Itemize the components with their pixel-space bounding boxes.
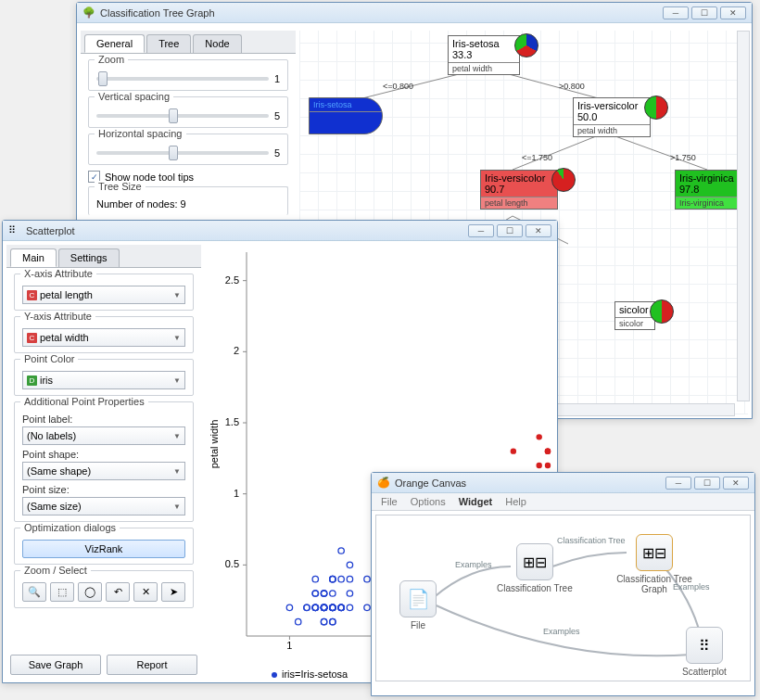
svg-point-75 bbox=[511, 448, 516, 453]
minimize-button[interactable]: ─ bbox=[665, 477, 691, 490]
svg-text:iris=Iris-setosa: iris=Iris-setosa bbox=[282, 668, 348, 680]
svg-point-43 bbox=[347, 562, 352, 567]
tree-node-right[interactable]: Iris-versicolor50.0 petal width bbox=[573, 97, 651, 137]
pie-icon bbox=[514, 33, 538, 57]
edge-label: <=1.750 bbox=[522, 153, 552, 162]
zoom-slider[interactable] bbox=[96, 77, 269, 81]
close-button[interactable]: ✕ bbox=[723, 477, 749, 490]
titlebar[interactable]: 🍊 Orange Canvas ─ ☐ ✕ bbox=[372, 473, 754, 493]
pshape-label: Point shape: bbox=[22, 449, 185, 460]
svg-point-36 bbox=[312, 576, 318, 581]
vizrank-button[interactable]: VizRank bbox=[22, 540, 185, 558]
tab-tree[interactable]: Tree bbox=[146, 34, 191, 53]
close-button[interactable]: ✕ bbox=[526, 224, 551, 237]
svg-text:2.5: 2.5 bbox=[225, 274, 239, 286]
close-button[interactable]: ✕ bbox=[720, 6, 746, 19]
xattr-label: X-axis Attribute bbox=[20, 268, 96, 279]
tab-main[interactable]: Main bbox=[10, 248, 57, 267]
zoom-tool-button[interactable]: 🔍 bbox=[22, 582, 46, 602]
report-button[interactable]: Report bbox=[107, 655, 197, 675]
svg-text:1.5: 1.5 bbox=[225, 416, 239, 427]
xattr-select[interactable]: Cpetal length▼ bbox=[22, 286, 185, 304]
send-button[interactable]: ➤ bbox=[161, 582, 185, 602]
svg-point-51 bbox=[330, 576, 336, 581]
undo-button[interactable]: ↶ bbox=[106, 582, 130, 602]
tree-node-rl[interactable]: Iris-versicolor90.7 petal length bbox=[480, 170, 558, 210]
maximize-button[interactable]: ☐ bbox=[691, 6, 717, 19]
svg-point-83 bbox=[545, 463, 551, 468]
svg-point-25 bbox=[347, 576, 352, 581]
yattr-label: Y-axis Attribute bbox=[20, 311, 95, 322]
svg-point-46 bbox=[338, 576, 344, 581]
pie-icon bbox=[644, 95, 668, 120]
menu-widget[interactable]: Widget bbox=[459, 496, 493, 507]
rect-select-button[interactable]: ⬚ bbox=[50, 582, 74, 602]
tree-node-partial[interactable]: sicolor sicolor bbox=[614, 301, 655, 330]
file-icon: 📄 bbox=[407, 588, 430, 610]
chevron-down-icon: ▼ bbox=[173, 291, 181, 299]
zoom-value: 1 bbox=[274, 73, 280, 84]
svg-text:0.5: 0.5 bbox=[225, 558, 239, 569]
svg-point-55 bbox=[304, 605, 310, 610]
widget-ctree[interactable]: ⊞⊟ Classification Tree bbox=[497, 543, 573, 593]
window-title: Classification Tree Graph bbox=[100, 7, 663, 19]
zoom-group: Zoom 1 bbox=[88, 59, 288, 91]
canvas-area[interactable]: Examples Classification Tree Examples Ex… bbox=[375, 515, 751, 681]
svg-point-61 bbox=[312, 591, 318, 596]
widget-scatter[interactable]: ⠿ Scatterplot bbox=[682, 627, 727, 677]
edge-label: >1.750 bbox=[670, 153, 696, 162]
scatter-icon: ⠿ bbox=[8, 224, 21, 237]
minimize-button[interactable]: ─ bbox=[663, 6, 689, 19]
tab-general[interactable]: General bbox=[84, 34, 145, 53]
menubar: File Options Widget Help bbox=[372, 493, 754, 511]
tree-node-root[interactable]: Iris-setosa33.3 petal width bbox=[448, 35, 520, 75]
titlebar[interactable]: 🌳 Classification Tree Graph ─ ☐ ✕ bbox=[77, 3, 752, 23]
svg-point-42 bbox=[286, 605, 292, 610]
addl-label: Additional Point Properties bbox=[20, 396, 148, 407]
titlebar[interactable]: ⠿ Scatterplot ─ ☐ ✕ bbox=[3, 221, 557, 241]
svg-point-33 bbox=[296, 618, 301, 624]
minimize-button[interactable]: ─ bbox=[468, 224, 494, 237]
pie-icon bbox=[650, 299, 674, 324]
hspace-slider[interactable] bbox=[96, 151, 269, 155]
flow-label: Examples bbox=[455, 560, 492, 569]
tab-settings[interactable]: Settings bbox=[58, 248, 120, 267]
svg-point-39 bbox=[330, 591, 336, 596]
menu-options[interactable]: Options bbox=[411, 496, 446, 507]
widget-file[interactable]: 📄 File bbox=[399, 580, 437, 630]
clear-button[interactable]: ✕ bbox=[133, 582, 158, 602]
zoom-label: Zoom bbox=[95, 54, 128, 65]
scrollbar-v[interactable] bbox=[737, 31, 750, 401]
save-graph-button[interactable]: Save Graph bbox=[10, 655, 101, 675]
vspace-label: Vertical spacing bbox=[95, 91, 173, 102]
svg-point-72 bbox=[537, 434, 542, 439]
vspace-value: 5 bbox=[274, 110, 280, 121]
svg-point-63 bbox=[338, 548, 344, 554]
scatter-sidepanel: Main Settings X-axis Attribute Cpetal le… bbox=[6, 245, 201, 649]
edge-label: >0.800 bbox=[559, 82, 585, 91]
tree-node-left[interactable]: Iris-setosa bbox=[309, 97, 383, 134]
chevron-down-icon: ▼ bbox=[173, 467, 181, 476]
tab-node[interactable]: Node bbox=[193, 34, 241, 53]
chevron-down-icon: ▼ bbox=[173, 376, 181, 385]
color-select[interactable]: Diris▼ bbox=[22, 371, 185, 389]
plabel-select[interactable]: (No labels)▼ bbox=[22, 426, 185, 445]
psize-select[interactable]: (Same size)▼ bbox=[22, 497, 185, 515]
flow-label: Examples bbox=[543, 627, 580, 636]
svg-point-81 bbox=[537, 463, 542, 468]
svg-point-68 bbox=[330, 605, 336, 610]
lasso-select-button[interactable]: ◯ bbox=[78, 582, 102, 602]
window-title: Orange Canvas bbox=[395, 477, 665, 489]
pshape-select[interactable]: (Same shape)▼ bbox=[22, 462, 185, 480]
maximize-button[interactable]: ☐ bbox=[694, 477, 720, 490]
menu-file[interactable]: File bbox=[381, 496, 398, 507]
menu-help[interactable]: Help bbox=[505, 496, 526, 507]
edge-label: <=0.800 bbox=[383, 82, 413, 91]
yattr-select[interactable]: Cpetal width▼ bbox=[22, 328, 185, 347]
node-count: Number of nodes: 9 bbox=[96, 198, 280, 210]
widget-ctgraph[interactable]: ⊞⊟ Classification Tree Graph bbox=[613, 534, 696, 594]
zoom-label: Zoom / Select bbox=[20, 565, 91, 576]
maximize-button[interactable]: ☐ bbox=[497, 224, 523, 237]
treegraph-icon: ⊞⊟ bbox=[642, 544, 666, 562]
vspace-slider[interactable] bbox=[96, 114, 269, 118]
